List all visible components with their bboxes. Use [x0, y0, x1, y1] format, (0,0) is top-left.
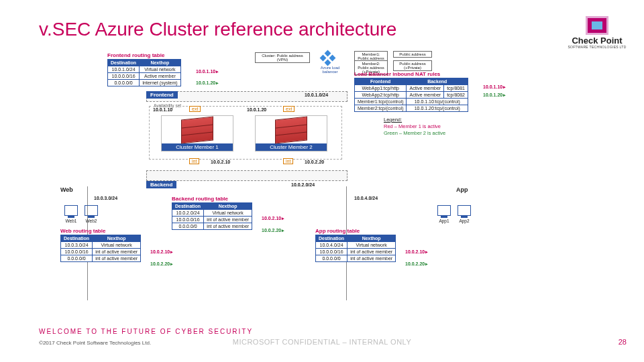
m1-ext-ip: 10.0.1.10 [153, 107, 172, 112]
web-ip-green: 10.0.2.20 [150, 261, 173, 267]
backend-routing-table: Backend routing table DestinationNexthop… [172, 196, 252, 230]
logo-sub: SOFTWARE TECHNOLOGIES LTD [568, 45, 627, 49]
logo-name: Check Point [568, 36, 627, 45]
legend-red: Red – Member 1 is active [384, 123, 441, 129]
cluster-member-2: Cluster Member 2 [255, 115, 327, 152]
web-host-1: Web1 [63, 205, 79, 223]
member1-pub-box: Public address [393, 51, 432, 58]
m2-name: Cluster Member 2 [256, 143, 327, 151]
architecture-diagram: Cluster: Public address (VPN) Azure load… [107, 52, 537, 307]
app-host-2: App2 [456, 205, 472, 223]
app-tier-label: App [456, 186, 468, 193]
web-rt-title: Web routing table [60, 228, 141, 234]
nat-title: Load Balancer inbound NAT rules [354, 71, 468, 77]
page-number: 28 [619, 338, 627, 346]
m2-ext-tag: ext [283, 106, 294, 112]
firewall-icon [181, 116, 213, 143]
web-tier-label: Web [60, 186, 73, 193]
nat-right-ip-red: 10.0.1.10 [483, 84, 506, 90]
web-ip-red: 10.0.2.10 [150, 249, 173, 255]
member2-pub-box: Public address (+Private) [393, 60, 432, 71]
app-ip-green: 10.0.2.20 [405, 261, 428, 267]
page-title: v.SEC Azure Cluster reference architectu… [39, 19, 396, 40]
m1-ext-tag: ext [189, 106, 201, 112]
backend-cidr: 10.0.2.0/24 [291, 182, 315, 187]
nat-right-ip-green: 10.0.1.20 [483, 93, 506, 98]
frontend-cidr: 10.0.1.0/24 [305, 93, 328, 97]
m2-int-ip: 10.0.2.20 [305, 160, 324, 164]
footer-copyright: ©2017 Check Point Software Technologies … [39, 340, 151, 346]
backend-subnet [146, 170, 347, 181]
m2-int-tag: int [283, 158, 293, 164]
web-cidr: 10.0.3.0/24 [94, 196, 117, 200]
load-balancer-label: Azure load balancer [317, 66, 343, 74]
m1-name: Cluster Member 1 [162, 143, 233, 151]
frontend-routing-table: Frontend routing table DestinationNextho… [107, 52, 181, 86]
legend: Legend: Red – Member 1 is active Green –… [384, 117, 445, 136]
firewall-icon [275, 116, 307, 143]
legend-title: Legend: [384, 117, 402, 123]
frontend-active-ip-red: 10.0.1.10 [196, 69, 219, 74]
m1-int-tag: int [189, 158, 199, 164]
cluster-vpn-box: Cluster: Public address (VPN) [255, 52, 310, 63]
web-routing-table: Web routing table DestinationNexthop 10.… [60, 228, 141, 262]
frontend-rt-title: Frontend routing table [107, 52, 181, 58]
backend-ip-green: 10.0.2.20 [262, 228, 284, 233]
load-balancer-icon [322, 52, 333, 64]
nat-rules-table: Load Balancer inbound NAT rules Frontend… [354, 71, 468, 112]
legend-green: Green – Member 2 is active [384, 130, 445, 136]
vendor-logo: Check Point SOFTWARE TECHNOLOGIES LTD [568, 16, 627, 49]
footer-tagline: WELCOME TO THE FUTURE OF CYBER SECURITY [39, 328, 253, 335]
app-rt-title: App routing table [315, 228, 396, 234]
m2-ext-ip: 10.0.1.20 [247, 107, 266, 112]
app-ip-red: 10.0.2.10 [405, 249, 428, 255]
backend-subnet-label: Backend [146, 181, 176, 188]
web-host-2: Web2 [83, 205, 99, 223]
logo-badge-icon [586, 16, 608, 35]
cluster-member-1: Cluster Member 1 [161, 115, 233, 152]
app-cidr: 10.0.4.0/24 [354, 196, 378, 200]
frontend-subnet-label: Frontend [146, 91, 178, 99]
app-routing-table: App routing table DestinationNexthop 10.… [315, 228, 396, 262]
m1-int-ip: 10.0.2.10 [211, 160, 230, 164]
backend-ip-red: 10.0.2.10 [262, 216, 284, 221]
footer-confidential: MICROSOFT CONFIDENTIAL – INTERNAL ONLY [233, 338, 412, 346]
frontend-active-ip-green: 10.0.1.20 [196, 80, 219, 86]
app-host-1: App1 [436, 205, 452, 223]
backend-rt-title: Backend routing table [172, 196, 252, 202]
